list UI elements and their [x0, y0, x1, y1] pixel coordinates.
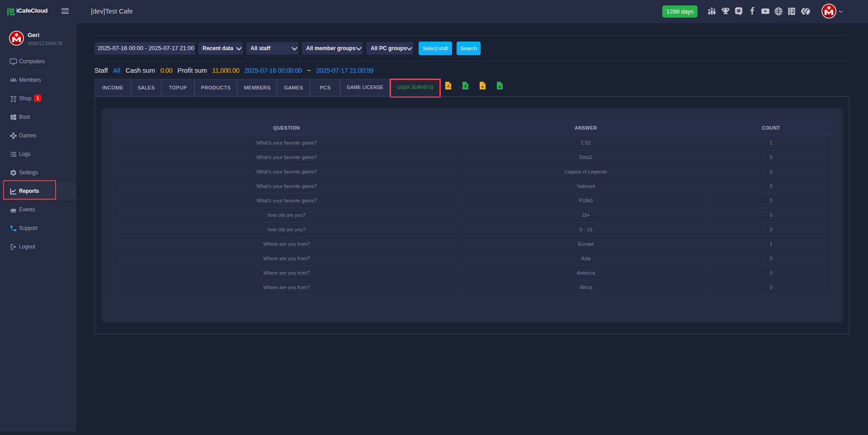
svg-text:x: x — [499, 84, 501, 89]
svg-text:x: x — [481, 84, 484, 89]
